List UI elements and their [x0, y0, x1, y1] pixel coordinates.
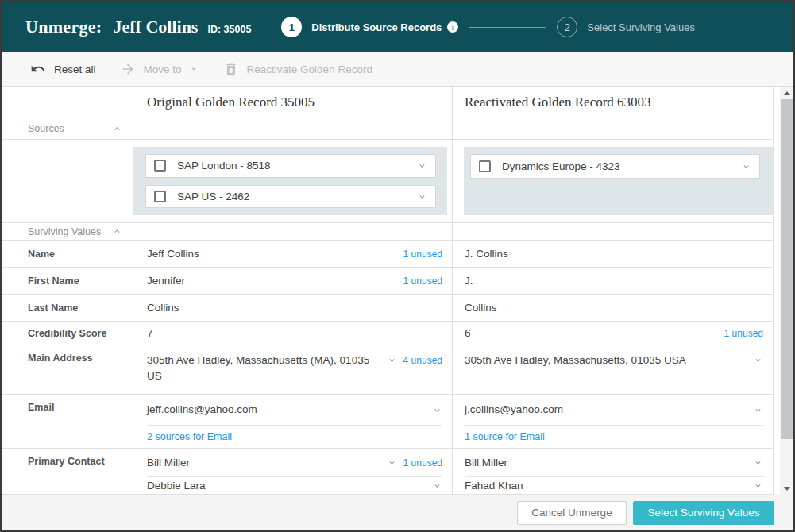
arrow-right-icon [120, 61, 136, 77]
field-label-main-address: Main Address [2, 345, 133, 395]
vertical-scrollbar[interactable] [780, 87, 793, 495]
step-1-label: Distribute Source Records [311, 21, 442, 33]
row-first-name-left: Jennifer 1 unused [133, 268, 452, 295]
cancel-unmerge-button[interactable]: Cancel Unmerge [517, 501, 627, 525]
value-main-address: 305th Ave Hadley, Massachusetts (MA), 01… [147, 353, 380, 384]
restore-from-trash-icon [223, 61, 239, 77]
chevron-down-icon[interactable] [753, 480, 763, 491]
source-dropdown-sap-london[interactable]: SAP London - 8518 [145, 154, 436, 178]
chevron-down-icon[interactable] [432, 405, 442, 415]
value-email: jeff.collins@yahoo.com [147, 402, 426, 418]
title-record-name: Jeff Collins [113, 17, 198, 37]
field-label-email: Email [2, 395, 133, 449]
column-original-golden-record: Original Golden Record 35005 SAP London … [133, 87, 453, 495]
contact-select-left-2[interactable]: Debbie Lara [147, 477, 442, 494]
right-sources-spacer [453, 118, 773, 140]
surviving-values-section-label: Surviving Values [28, 226, 101, 237]
source-label: SAP US - 2462 [177, 191, 417, 202]
right-sources-cell: Dynamics Europe - 4323 [453, 140, 773, 223]
sources-section-toggle[interactable]: Sources [2, 118, 133, 140]
column-header-original: Original Golden Record 35005 [133, 87, 452, 118]
field-label-last-name: Last Name [2, 295, 133, 322]
value-credibility: 7 [147, 326, 442, 341]
unused-link-credibility[interactable]: 1 unused [724, 328, 763, 339]
step-1-circle: 1 [281, 17, 302, 37]
scroll-up-arrow[interactable] [780, 87, 793, 99]
chevron-down-icon[interactable] [387, 355, 397, 365]
step-distribute-source-records[interactable]: 1 Distribute Source Records [281, 17, 458, 37]
reset-all-label: Reset all [54, 64, 96, 75]
source-dropdown-sap-us[interactable]: SAP US - 2462 [145, 185, 436, 209]
value-name: J. Collins [465, 246, 763, 262]
sources-for-email-link[interactable]: 1 source for Email [465, 431, 545, 442]
left-sources-panel: SAP London - 8518 SAP US - 2462 [133, 147, 447, 215]
app-header: Unmerge: Jeff Collins ID: 35005 1 Distri… [2, 2, 793, 52]
unused-link-primary-contact[interactable]: 1 unused [403, 457, 442, 468]
chevron-down-icon[interactable] [753, 457, 763, 468]
chevron-down-icon[interactable] [417, 160, 427, 171]
step-connector-line [469, 27, 546, 28]
checkbox-dynamics-europe[interactable] [479, 160, 491, 172]
row-first-name-right: J. [453, 268, 773, 295]
surviving-values-section-toggle[interactable]: Surviving Values [2, 223, 133, 241]
move-to-label: Move to [144, 64, 182, 75]
contact-select-left-1[interactable]: Bill Miller 1 unused [147, 449, 442, 477]
row-last-name-right: Collins [453, 295, 773, 322]
row-credibility-left: 7 [133, 322, 452, 345]
email-select-right[interactable]: j.collins@yahoo.com [465, 395, 763, 426]
scrollbar-thumb[interactable] [781, 99, 793, 439]
title-prefix: Unmerge: [25, 17, 102, 37]
move-to-button[interactable]: Move to [120, 61, 199, 77]
contact-select-right-2[interactable]: Fahad Khan [465, 477, 763, 494]
value-primary-contact-2: Fahad Khan [465, 478, 747, 494]
right-sources-panel: Dynamics Europe - 4323 [464, 147, 773, 215]
value-last-name: Collins [147, 300, 442, 316]
unused-link-main-address[interactable]: 4 unused [403, 355, 442, 366]
left-sources-cell: SAP London - 8518 SAP US - 2462 [133, 140, 452, 223]
row-last-name-left: Collins [133, 295, 452, 322]
email-select-left[interactable]: jeff.collins@yahoo.com [147, 395, 442, 426]
step-select-surviving-values[interactable]: 2 Select Surviving Values [557, 17, 695, 37]
value-first-name: Jennifer [147, 273, 397, 289]
chevron-down-icon[interactable] [417, 191, 427, 202]
reactivate-golden-record-button[interactable]: Reactivate Golden Record [223, 61, 372, 77]
row-main-address-left[interactable]: 305th Ave Hadley, Massachusetts (MA), 01… [133, 345, 452, 395]
unused-link-first-name[interactable]: 1 unused [403, 276, 442, 287]
row-credibility-right: 6 1 unused [453, 322, 773, 345]
value-credibility: 6 [465, 326, 718, 341]
checkbox-sap-us[interactable] [154, 191, 166, 202]
reset-all-button[interactable]: Reset all [30, 61, 96, 77]
unmerge-window: Unmerge: Jeff Collins ID: 35005 1 Distri… [0, 0, 795, 532]
sources-for-email-link[interactable]: 2 sources for Email [147, 431, 232, 442]
page-title: Unmerge: Jeff Collins ID: 35005 [25, 17, 251, 37]
row-name-left: Jeff Collins 1 unused [133, 241, 452, 268]
scroll-down-arrow[interactable] [780, 482, 793, 495]
chevron-down-icon[interactable] [753, 355, 763, 365]
field-label-first-name: First Name [2, 268, 133, 295]
checkbox-sap-london[interactable] [154, 160, 166, 172]
row-main-address-right[interactable]: 305th Ave Hadley, Massachusetts, 01035 U… [453, 345, 773, 395]
chevron-down-icon[interactable] [753, 405, 763, 415]
toolbar: Reset all Move to Reactivate Golden Reco… [2, 52, 793, 87]
source-dropdown-dynamics-europe[interactable]: Dynamics Europe - 4323 [470, 154, 760, 179]
chevron-up-icon [112, 124, 122, 134]
row-primary-contact-left: Bill Miller 1 unused Debbie Lara [133, 449, 452, 495]
left-sv-spacer [133, 223, 452, 241]
undo-icon [30, 61, 46, 77]
value-primary-contact-1: Bill Miller [147, 455, 380, 471]
value-primary-contact-1: Bill Miller [465, 455, 747, 471]
wizard-stepper: 1 Distribute Source Records 2 Select Sur… [281, 17, 695, 37]
chevron-down-icon[interactable] [432, 480, 442, 491]
field-label-credibility-score: Credibility Score [2, 322, 133, 345]
chevron-down-icon[interactable] [741, 161, 751, 172]
select-surviving-values-button[interactable]: Select Surviving Values [633, 501, 774, 525]
info-icon[interactable] [447, 21, 458, 33]
caret-down-icon [188, 64, 199, 75]
footer-action-bar: Cancel Unmerge Select Surviving Values [2, 495, 793, 530]
chevron-down-icon[interactable] [387, 457, 397, 468]
chevron-up-icon [112, 226, 122, 237]
value-name: Jeff Collins [147, 246, 397, 262]
contact-select-right-1[interactable]: Bill Miller [465, 449, 763, 477]
row-email-left: jeff.collins@yahoo.com 2 sources for Ema… [133, 395, 452, 449]
unused-link-name[interactable]: 1 unused [403, 249, 442, 260]
